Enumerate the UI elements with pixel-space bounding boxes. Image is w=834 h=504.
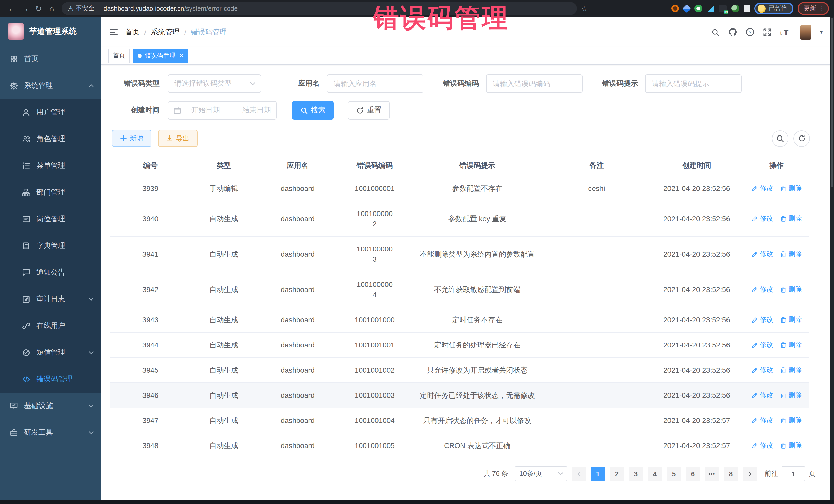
date-range-picker[interactable]: 开始日期 - 结束日期 xyxy=(168,101,277,119)
user-avatar[interactable] xyxy=(800,25,811,39)
browser-update-button[interactable]: 更新 ⋮ xyxy=(797,2,829,15)
sidebar-item-岗位管理[interactable]: 岗位管理 xyxy=(0,206,101,233)
add-button[interactable]: 新增 xyxy=(112,130,151,147)
fullscreen-icon[interactable] xyxy=(763,28,771,36)
help-icon[interactable]: ? xyxy=(746,28,754,37)
date-start-placeholder: 开始日期 xyxy=(191,106,220,115)
app-name-input[interactable] xyxy=(327,75,423,92)
font-size-icon[interactable]: tT xyxy=(780,28,791,36)
delete-link[interactable]: 删除 xyxy=(780,249,802,259)
github-icon[interactable] xyxy=(728,28,737,37)
extension-icon[interactable] xyxy=(671,5,679,12)
cell-msg: 不能删除类型为系统内置的参数配置 xyxy=(411,237,544,271)
page-size-select[interactable]: 10条/页 xyxy=(515,466,567,481)
delete-link[interactable]: 删除 xyxy=(780,390,802,400)
extension-icon[interactable] xyxy=(707,5,715,12)
sidebar-item-角色管理[interactable]: 角色管理 xyxy=(0,126,101,152)
page-button-2[interactable]: 2 xyxy=(610,466,624,481)
scrollbar-thumb[interactable] xyxy=(831,18,833,187)
browser-profile-chip[interactable]: 已暂停 xyxy=(754,3,793,14)
sidebar-item-用户管理[interactable]: 用户管理 xyxy=(0,99,101,126)
extension-icon[interactable] xyxy=(682,4,691,13)
extension-icon[interactable] xyxy=(744,5,750,12)
extension-icon[interactable] xyxy=(731,5,739,12)
browser-reload-icon[interactable]: ↻ xyxy=(32,4,45,13)
delete-link[interactable]: 删除 xyxy=(780,183,802,194)
table-tools xyxy=(772,130,810,147)
page-button-3[interactable]: 3 xyxy=(629,466,643,481)
extension-icon[interactable]: on xyxy=(719,5,727,12)
extension-icon[interactable] xyxy=(695,5,702,12)
cell-created: 2021-04-20 23:52:57 xyxy=(649,433,744,458)
page-button-6[interactable]: 6 xyxy=(686,466,700,481)
sidebar-item-研发工具[interactable]: 研发工具 xyxy=(0,419,101,446)
error-msg-input[interactable] xyxy=(646,75,741,92)
bookmark-star-icon[interactable]: ☆ xyxy=(581,4,587,13)
edit-link[interactable]: 修改 xyxy=(751,365,773,375)
edit-link[interactable]: 修改 xyxy=(751,440,773,451)
prev-page-button[interactable] xyxy=(572,466,586,481)
edit-link[interactable]: 修改 xyxy=(751,183,773,194)
chevron-down-icon[interactable]: ▾ xyxy=(820,29,823,35)
edit-link[interactable]: 修改 xyxy=(751,214,773,224)
browser-home-icon[interactable]: ⌂ xyxy=(45,4,59,13)
cell-type: 手动编辑 xyxy=(191,176,257,201)
delete-link[interactable]: 删除 xyxy=(780,440,802,451)
edit-link[interactable]: 修改 xyxy=(751,415,773,425)
reset-button[interactable]: 重置 xyxy=(348,101,390,119)
edit-link[interactable]: 修改 xyxy=(751,284,773,294)
page-button-5[interactable]: 5 xyxy=(667,466,681,481)
sidebar-item-label: 岗位管理 xyxy=(37,215,65,224)
error-code-input[interactable] xyxy=(486,75,582,92)
sidebar-item-短信管理[interactable]: 短信管理 xyxy=(0,339,101,366)
next-page-button[interactable] xyxy=(743,466,757,481)
sidebar-item-错误码管理[interactable]: 错误码管理 xyxy=(0,366,101,393)
breadcrumb-system[interactable]: 系统管理 xyxy=(151,27,180,37)
edit-link[interactable]: 修改 xyxy=(751,314,773,325)
search-icon[interactable] xyxy=(711,28,720,36)
edit-link[interactable]: 修改 xyxy=(751,390,773,400)
browser-scrollbar[interactable] xyxy=(830,17,834,500)
sidebar-item-部门管理[interactable]: 部门管理 xyxy=(0,179,101,206)
browser-menu-icon[interactable]: ⋮ xyxy=(819,5,825,12)
error-type-select[interactable]: 请选择错误码类型 xyxy=(168,74,261,93)
sidebar-item-审计日志[interactable]: 审计日志 xyxy=(0,286,101,312)
close-icon[interactable]: ✕ xyxy=(179,52,184,59)
sidebar-item-系统管理[interactable]: 系统管理 xyxy=(0,72,101,99)
cell-app: dashboard xyxy=(257,176,339,201)
goto-page-input[interactable] xyxy=(782,466,805,481)
delete-link[interactable]: 删除 xyxy=(780,415,802,425)
sidebar-item-菜单管理[interactable]: 菜单管理 xyxy=(0,152,101,179)
delete-link[interactable]: 删除 xyxy=(780,340,802,350)
show-search-button[interactable] xyxy=(772,130,788,147)
breadcrumb-home[interactable]: 首页 xyxy=(125,27,139,37)
tab-error-code[interactable]: 错误码管理 ✕ xyxy=(133,48,188,63)
sidebar-item-通知公告[interactable]: 通知公告 xyxy=(0,259,101,286)
browser-back-icon[interactable]: ← xyxy=(5,4,19,13)
sidebar-item-在线用户[interactable]: 在线用户 xyxy=(0,312,101,339)
page-button-4[interactable]: 4 xyxy=(648,466,662,481)
refresh-table-button[interactable] xyxy=(793,130,810,147)
delete-link[interactable]: 删除 xyxy=(780,314,802,325)
hamburger-icon[interactable] xyxy=(109,28,118,36)
tab-home[interactable]: 首页 xyxy=(108,48,130,63)
page-button-8[interactable]: 8 xyxy=(724,466,738,481)
edit-link[interactable]: 修改 xyxy=(751,249,773,259)
date-end-placeholder: 结束日期 xyxy=(242,106,271,115)
page-ellipsis[interactable]: ••• xyxy=(705,466,719,481)
app-logo[interactable]: 芋道管理系统 xyxy=(0,17,101,46)
delete-link[interactable]: 删除 xyxy=(780,284,802,294)
sidebar-item-字典管理[interactable]: 字典管理 xyxy=(0,233,101,259)
delete-link[interactable]: 删除 xyxy=(780,365,802,375)
export-button[interactable]: 导出 xyxy=(158,130,198,147)
cell-code: 1001001003 xyxy=(339,383,411,408)
search-button[interactable]: 搜索 xyxy=(292,101,334,119)
cell-created: 2021-04-20 23:52:56 xyxy=(649,307,744,332)
edit-link[interactable]: 修改 xyxy=(751,340,773,350)
page-button-1[interactable]: 1 xyxy=(591,466,605,481)
delete-link[interactable]: 删除 xyxy=(780,214,802,224)
sidebar-item-首页[interactable]: 首页 xyxy=(0,46,101,72)
cell-actions: 修改删除 xyxy=(744,176,809,201)
sidebar-item-基础设施[interactable]: 基础设施 xyxy=(0,393,101,419)
browser-forward-icon[interactable]: → xyxy=(19,4,32,13)
